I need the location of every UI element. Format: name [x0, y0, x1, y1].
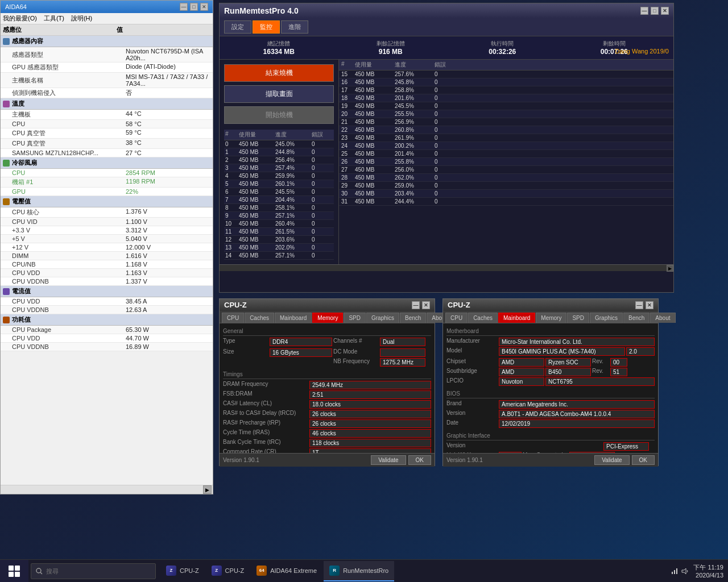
taskbar: Z CPU-Z Z CPU-Z 64 AIDA64 Extreme R RunM… [0, 559, 728, 582]
menu-tools[interactable]: 工具(T) [44, 14, 64, 23]
svg-point-0 [36, 568, 41, 573]
search-icon [36, 568, 43, 575]
memtest-scrollbar[interactable]: ▶ [220, 264, 673, 271]
cpuz2-titlebar: CPU-Z — ✕ [443, 299, 658, 311]
sensor-row: CPU Package 65.30 W [1, 326, 213, 334]
taskbar-search[interactable] [31, 563, 156, 579]
tab2-mainboard[interactable]: Mainboard [498, 313, 535, 323]
desktop: AIDA64 — □ ✕ 我的最愛(O) 工具(T) 說明(H) 感應位 值 感… [0, 0, 728, 582]
screenshot-btn[interactable]: 擷取畫面 [224, 85, 334, 103]
tab-monitor[interactable]: 監控 [253, 20, 280, 34]
scroll-right-btn[interactable]: ▶ [203, 485, 212, 494]
tray-icons [671, 567, 689, 575]
sensor-row: CPU 58 °C [1, 120, 213, 128]
cpuz1-title: CPU-Z [224, 301, 247, 309]
scroll-btn-right[interactable]: ▶ [667, 265, 673, 272]
taskbar-aida64[interactable]: 64 AIDA64 Extreme [251, 561, 322, 581]
taskbar-cpuz1[interactable]: Z CPU-Z [160, 561, 205, 581]
sensor-row: CPU/NB 1.168 V [1, 260, 213, 269]
tab-bench[interactable]: Bench [400, 313, 426, 323]
memtest-maximize-btn[interactable]: □ [651, 7, 659, 15]
tab2-about[interactable]: About [650, 313, 675, 323]
tab-mainboard[interactable]: Mainboard [275, 313, 312, 323]
sensor-table: 感應器內容 感應器類型 Nuvoton NCT6795D-M (ISA A20h… [1, 36, 213, 485]
memtest-left-row: 6450 MB245.5%0 [224, 188, 334, 196]
tab-advanced[interactable]: 進階 [281, 20, 308, 34]
remaining-mem-value: 916 MB [335, 48, 447, 56]
sensor-row: CPU 2854 RPM [1, 169, 213, 177]
sensor-row: CPU VDD 38.45 A [1, 297, 213, 306]
tray-clock: 下午 11:19 2020/4/13 [693, 563, 723, 579]
sensor-row: DIMM 1.616 V [1, 252, 213, 260]
memtest-stats-bar: 總記憶體 16334 MB 剩餘記憶體 916 MB 執行時間 00:32:26… [220, 36, 673, 60]
menu-help[interactable]: 說明(H) [71, 14, 92, 23]
tab-memory[interactable]: Memory [312, 313, 343, 323]
tab2-cpu[interactable]: CPU [445, 313, 468, 323]
memtest-left-row: 13450 MB202.0%0 [224, 244, 334, 252]
tab-settings[interactable]: 設定 [224, 20, 251, 34]
sensor-row: SAMSUNG MZ7LN128HCHP... 27 °C [1, 149, 213, 157]
cpuz2-bios-brand: Brand American Megatrends Inc. [446, 400, 655, 409]
tab2-caches[interactable]: Caches [468, 313, 498, 323]
minimize-btn[interactable]: — [180, 3, 188, 11]
tab-cpu[interactable]: CPU [222, 313, 244, 323]
section-fans: 冷卻風扇 [1, 157, 213, 169]
tab2-memory[interactable]: Memory [536, 313, 566, 323]
svg-rect-2 [672, 572, 673, 574]
memtest-right-row: 29450 MB259.0%0 [339, 182, 673, 190]
cpuz2-close[interactable]: ✕ [646, 301, 653, 309]
cpuz1-ok-btn[interactable]: OK [408, 455, 431, 465]
cpuz1-general-row: Type DDR4 Channels # Dual [223, 338, 431, 346]
sensor-row: CPU VDD 44.70 W [1, 334, 213, 343]
memtest-left-row: 12450 MB203.6%0 [224, 236, 334, 244]
taskbar-runmemtest[interactable]: R RunMemtestRro [324, 561, 394, 581]
section-voltage: 電壓值 [1, 196, 213, 207]
menu-bar: 我的最愛(O) 工具(T) 說明(H) [1, 13, 213, 24]
memtest-titlebar: RunMemtestPro 4.0 — □ ✕ [220, 3, 673, 18]
memtest-left-row: 10450 MB260.4%0 [224, 220, 334, 228]
memtest-nav: 設定 監控 進階 [220, 18, 673, 36]
cpuz2-bios-date: Date 12/02/2019 [446, 419, 655, 428]
close-btn[interactable]: ✕ [200, 3, 208, 11]
cpuz1-timings: DRAM Frequency 2549.4 MHz FSB:DRAM 2:51 … [223, 381, 431, 453]
stop-btn[interactable]: 結束燒機 [224, 64, 334, 82]
remaining-mem-label: 剩餘記憶體 [335, 40, 447, 48]
tab2-spd[interactable]: SPD [567, 313, 589, 323]
cpuz-mainboard-window: CPU-Z — ✕ CPU Caches Mainboard Memory SP… [442, 298, 659, 466]
tab-caches[interactable]: Caches [245, 313, 274, 323]
start-button[interactable] [0, 560, 28, 583]
cpuz-memory-window: CPU-Z — ✕ CPU Caches Mainboard Memory SP… [219, 298, 435, 466]
cpuz2-ok-btn[interactable]: OK [632, 455, 655, 465]
cpuz1-close[interactable]: ✕ [422, 301, 430, 309]
cpuz2-minimize[interactable]: — [635, 301, 643, 309]
memtest-right-row: 21450 MB256.9%0 [339, 118, 673, 126]
menu-favorites[interactable]: 我的最愛(O) [3, 14, 37, 23]
memtest-close-btn[interactable]: ✕ [661, 7, 669, 15]
cpuz1-minimize[interactable]: — [412, 301, 420, 309]
cpuz1-content: General Type DDR4 Channels # Dual Size 1… [220, 323, 435, 453]
memtest-right-row: 31450 MB244.4%0 [339, 198, 673, 206]
maximize-btn[interactable]: □ [190, 3, 198, 11]
start-btn[interactable]: 開始燒機 [224, 106, 334, 124]
tab2-graphics[interactable]: Graphics [590, 313, 623, 323]
cpuz2-validate-btn[interactable]: Validate [594, 455, 629, 465]
sensor-row: CPU VDDNB 1.337 V [1, 277, 213, 286]
tab-graphics[interactable]: Graphics [366, 313, 399, 323]
section-current: 電流值 [1, 286, 213, 297]
tab2-bench[interactable]: Bench [623, 313, 650, 323]
memtest-author: Dang Wang 2019/0 [615, 48, 669, 55]
sensor-row: +12 V 12.000 V [1, 243, 213, 252]
sensor-row: 偵測到機箱侵入 否 [1, 88, 213, 98]
general-section: General [223, 327, 431, 336]
taskbar-cpuz2[interactable]: Z CPU-Z [206, 561, 250, 581]
sensor-row: CPU 真空管 59 °C [1, 128, 213, 139]
search-input[interactable] [46, 568, 143, 575]
cpuz1-validate-btn[interactable]: Validate [371, 455, 406, 465]
tab-spd[interactable]: SPD [344, 313, 366, 323]
cpuz-icon-2: Z [212, 566, 222, 576]
memtest-left-row: 7450 MB204.4%0 [224, 196, 334, 204]
cpuz2-model: Model B450I GAMING PLUS AC (MS-7A40) 2.0 [446, 347, 655, 356]
memtest-title: RunMemtestPro 4.0 [224, 6, 299, 15]
sensor-row: +5 V 5.040 V [1, 235, 213, 243]
memtest-minimize-btn[interactable]: — [640, 7, 648, 15]
